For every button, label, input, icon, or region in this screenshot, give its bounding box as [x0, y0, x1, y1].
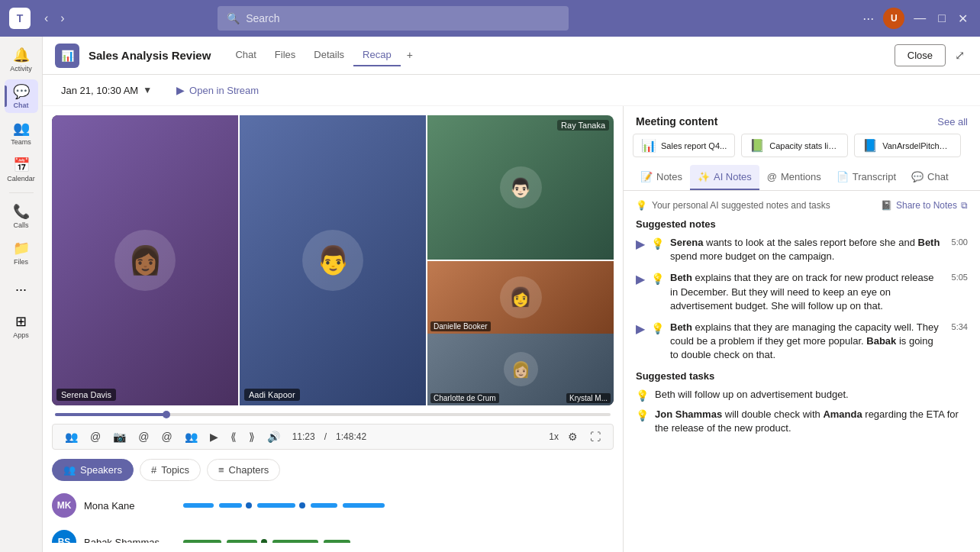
popout-button[interactable]: ⤢ — [952, 45, 968, 66]
note-expand-2[interactable]: ▶ — [636, 321, 645, 336]
task-text-1: Jon Shammas will double check with Amand… — [655, 408, 968, 435]
search-input[interactable] — [246, 12, 559, 24]
group-button[interactable]: 👥 — [182, 429, 201, 444]
share-to-notes-button[interactable]: 📓 Share to Notes ⧉ — [881, 200, 968, 211]
settings-button[interactable]: ⚙ — [565, 429, 581, 444]
mention2-button[interactable]: @ — [135, 429, 152, 444]
sidebar-item-calendar[interactable]: 📅 Calendar — [5, 153, 38, 186]
timeline-mona — [183, 502, 614, 508]
note-text-0: Serena wants to look at the sales report… — [670, 236, 943, 263]
onenote-icon: 📓 — [881, 200, 892, 211]
forward-skip-button[interactable]: ⟫ — [246, 429, 258, 444]
ai-hint: 💡 Your personal AI suggested notes and t… — [636, 200, 830, 211]
sidebar-calls-label: Calls — [13, 221, 28, 229]
tab-mentions[interactable]: @ Mentions — [759, 165, 829, 190]
people-button[interactable]: 👥 — [62, 429, 81, 444]
close-meeting-button[interactable]: Close — [895, 44, 946, 66]
play-button[interactable]: ▶ — [207, 429, 221, 444]
more-button[interactable]: ··· — [859, 8, 877, 30]
screenshot-button[interactable]: 📷 — [110, 429, 129, 444]
file-name-1: Capacity stats list... — [769, 141, 840, 150]
mention-button[interactable]: @ — [87, 429, 104, 444]
teams-icon: 👥 — [13, 120, 30, 137]
header-right: Close ⤢ — [895, 44, 968, 66]
tab-speakers[interactable]: 👥 Speakers — [52, 459, 134, 481]
sidebar-item-apps[interactable]: ⊞ Apps — [5, 309, 38, 343]
file-chip-1[interactable]: 📗 Capacity stats list... — [741, 134, 848, 157]
minimize-button[interactable]: — — [911, 8, 929, 28]
speaker-tabs: 👥 Speakers # Topics ≡ Chapters — [52, 456, 614, 484]
mention3-button[interactable]: @ — [158, 429, 175, 444]
note-item-0: ▶ 💡 Serena wants to look at the sales re… — [636, 236, 968, 263]
sidebar-item-more[interactable]: ··· — [5, 273, 38, 306]
file-name-2: VanArsdelPitchDe... — [882, 141, 953, 150]
tab-ai-notes[interactable]: ✨ AI Notes — [690, 165, 759, 190]
fullscreen-button[interactable]: ⛶ — [587, 429, 604, 444]
volume-button[interactable]: 🔊 — [264, 429, 283, 444]
total-time: 1:48:42 — [336, 431, 366, 442]
tab-files[interactable]: Files — [266, 44, 305, 66]
speaker-row-mona: MK Mona Kane — [52, 490, 614, 521]
tab-chapters[interactable]: ≡ Chapters — [207, 459, 280, 481]
search-bar[interactable]: 🔍 — [218, 6, 569, 31]
meeting-tabs: Chat Files Details Recap + — [226, 44, 418, 66]
ai-notes-label: AI Notes — [714, 171, 752, 182]
avatar[interactable]: U — [883, 8, 904, 29]
notes-icon: 📝 — [640, 171, 653, 182]
sidebar-item-calls[interactable]: 📞 Calls — [5, 199, 38, 233]
meeting-content-title: Meeting content — [636, 115, 717, 128]
tab-topics[interactable]: # Topics — [140, 459, 201, 481]
chapters-icon: ≡ — [218, 464, 224, 476]
tab-right-chat[interactable]: 💬 Chat — [904, 165, 956, 190]
progress-bar[interactable] — [55, 413, 611, 416]
avatar-babak: BS — [52, 530, 76, 543]
avatar-mona: MK — [52, 493, 76, 518]
back-button[interactable]: ‹ — [40, 8, 53, 28]
file-chip-2[interactable]: 📘 VanArsdelPitchDe... — [854, 134, 961, 157]
note-expand-0[interactable]: ▶ — [636, 237, 645, 251]
copy-icon: ⧉ — [961, 200, 968, 211]
progress-container[interactable] — [52, 412, 614, 418]
file-chip-0[interactable]: 📊 Sales report Q4... — [633, 134, 735, 157]
close-window-button[interactable]: ✕ — [955, 8, 971, 29]
transcript-icon: 📄 — [837, 171, 849, 182]
meeting-header: 📊 Sales Analysis Review Chat Files Detai… — [43, 37, 980, 75]
lightbulb-icon: 💡 — [636, 200, 647, 211]
tab-notes[interactable]: 📝 Notes — [633, 165, 690, 190]
task-icon-0: 💡 — [636, 389, 649, 402]
titlebar: T ‹ › 🔍 ··· U — □ ✕ — [0, 0, 980, 37]
rewind-button[interactable]: ⟪ — [227, 429, 240, 444]
maximize-button[interactable]: □ — [935, 8, 949, 28]
forward-button[interactable]: › — [56, 8, 69, 28]
file-icon-2: 📘 — [862, 138, 878, 153]
sidebar-item-chat[interactable]: 💬 Chat — [5, 79, 38, 113]
sidebar-calendar-label: Calendar — [7, 175, 35, 182]
nav-buttons: ‹ › — [40, 8, 69, 28]
task-text-0: Beth will follow up on advertisement bud… — [655, 388, 849, 402]
ai-header: 💡 Your personal AI suggested notes and t… — [636, 200, 968, 211]
note-expand-1[interactable]: ▶ — [636, 272, 645, 286]
progress-fill — [55, 413, 166, 416]
suggested-notes-title: Suggested notes — [636, 218, 968, 230]
main-layout: 🔔 Activity 💬 Chat 👥 Teams 📅 Calendar 📞 C… — [0, 37, 980, 552]
tab-details[interactable]: Details — [305, 44, 353, 66]
open-stream-button[interactable]: ▶ Open in Stream — [170, 81, 265, 99]
tab-recap[interactable]: Recap — [353, 44, 401, 66]
content-area: 📊 Sales Analysis Review Chat Files Detai… — [43, 37, 980, 552]
progress-thumb[interactable] — [163, 411, 170, 418]
see-all-button[interactable]: See all — [937, 116, 968, 128]
sidebar-item-teams[interactable]: 👥 Teams — [5, 116, 38, 150]
tab-add-button[interactable]: + — [401, 44, 419, 66]
date-selector[interactable]: Jan 21, 10:30 AM ▼ — [55, 82, 158, 99]
sidebar-item-files[interactable]: 📁 Files — [5, 236, 38, 270]
tab-transcript[interactable]: 📄 Transcript — [829, 165, 904, 190]
mentions-label: Mentions — [781, 171, 821, 182]
note-item-1: ▶ 💡 Beth explains that they are on track… — [636, 271, 968, 313]
note-lightbulb-2: 💡 — [651, 322, 664, 334]
file-icon-1: 📗 — [750, 138, 765, 153]
sidebar-divider — [9, 192, 34, 193]
meeting-title: Sales Analysis Review — [89, 49, 211, 62]
tab-chat[interactable]: Chat — [226, 44, 265, 66]
note-time-0: 5:00 — [952, 237, 968, 247]
sidebar-item-activity[interactable]: 🔔 Activity — [5, 43, 38, 76]
